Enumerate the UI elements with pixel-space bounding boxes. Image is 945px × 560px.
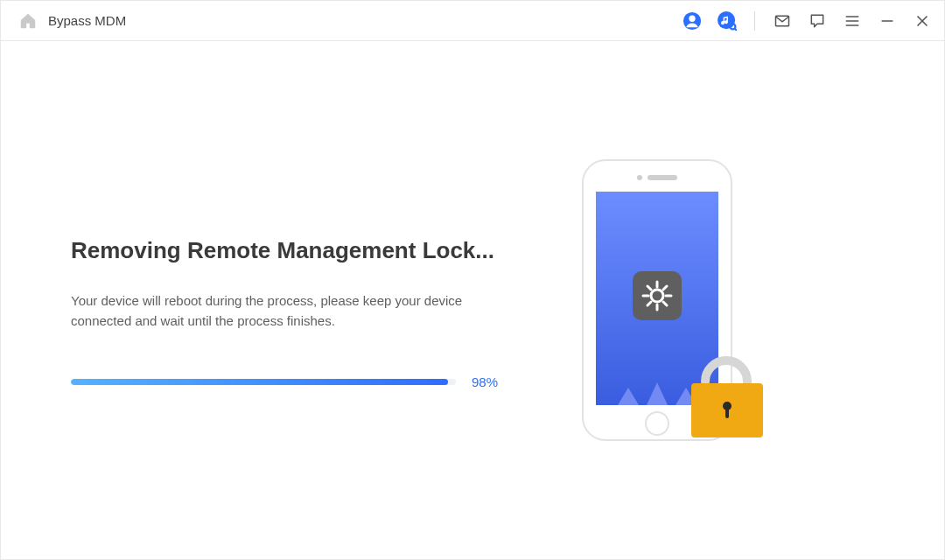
mail-icon[interactable] (773, 11, 792, 31)
content-area: Removing Remote Management Lock... Your … (1, 41, 944, 559)
svg-rect-29 (725, 408, 729, 418)
music-search-icon[interactable] (718, 11, 737, 31)
titlebar-divider (754, 11, 755, 31)
illustration (535, 151, 797, 449)
menu-icon[interactable] (843, 11, 862, 31)
device-illustration (556, 151, 775, 449)
account-icon[interactable] (682, 11, 702, 31)
close-icon[interactable] (913, 11, 932, 31)
minimize-icon[interactable] (878, 11, 897, 31)
home-icon[interactable] (18, 11, 38, 31)
titlebar-left: Bypass MDM (18, 11, 126, 31)
progress-heading: Removing Remote Management Lock... (71, 237, 535, 264)
svg-line-4 (735, 28, 737, 30)
titlebar: Bypass MDM (1, 1, 944, 41)
progress-fill (71, 379, 448, 385)
progress-description: Your device will reboot during the proce… (71, 290, 491, 332)
app-window: Bypass MDM (0, 0, 945, 560)
svg-rect-14 (648, 175, 677, 180)
progress-row: 98% (71, 374, 535, 389)
titlebar-right (682, 11, 932, 31)
svg-point-13 (637, 175, 642, 180)
svg-rect-16 (633, 271, 682, 320)
progress-panel: Removing Remote Management Lock... Your … (71, 211, 535, 390)
svg-point-1 (689, 15, 695, 21)
progress-bar (71, 379, 456, 385)
svg-point-2 (718, 11, 735, 29)
page-title: Bypass MDM (48, 13, 126, 28)
progress-percent: 98% (472, 374, 508, 389)
chat-icon[interactable] (808, 11, 827, 31)
